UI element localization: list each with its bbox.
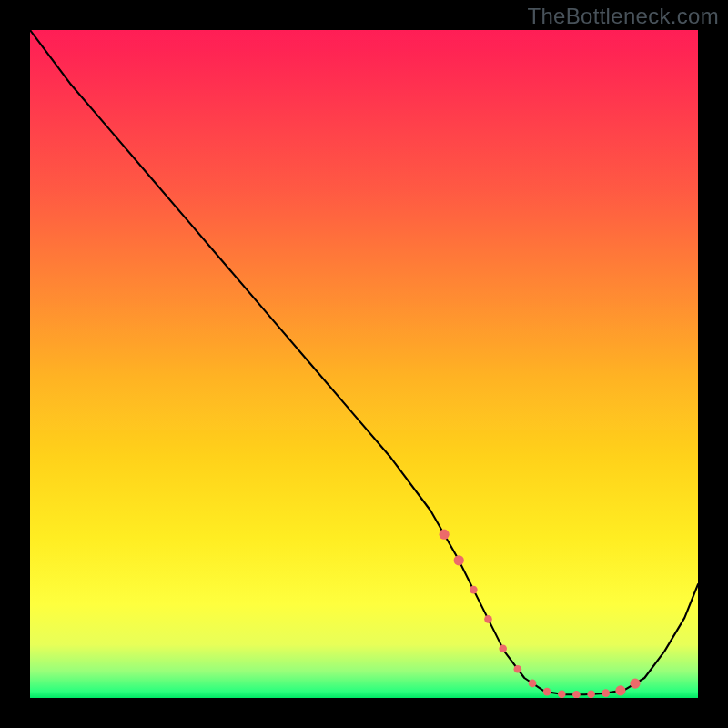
svg-point-12 (615, 685, 625, 695)
curve-dot-markers (30, 30, 698, 698)
svg-point-5 (514, 665, 522, 673)
svg-point-11 (602, 689, 610, 697)
svg-point-10 (587, 691, 595, 699)
svg-point-3 (484, 615, 492, 623)
svg-point-7 (543, 688, 551, 696)
svg-point-9 (572, 691, 581, 698)
svg-point-8 (558, 691, 566, 699)
svg-point-1 (454, 555, 464, 565)
chart-container: { "watermark": "TheBottleneck.com", "cha… (0, 0, 728, 728)
watermark-text: TheBottleneck.com (527, 4, 719, 29)
svg-point-4 (499, 644, 507, 652)
svg-point-13 (630, 679, 640, 689)
svg-point-2 (470, 586, 478, 594)
svg-point-0 (440, 530, 450, 540)
svg-point-6 (529, 680, 537, 688)
